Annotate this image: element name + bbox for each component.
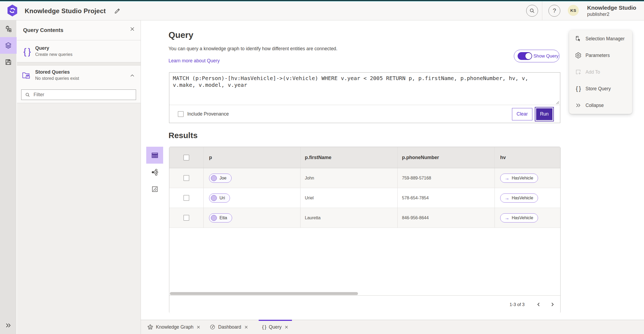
table-view-button[interactable] xyxy=(146,147,163,164)
entity-chip[interactable]: Etta xyxy=(209,213,232,222)
select-all-checkbox[interactable] xyxy=(184,155,189,160)
selection-manager-label: Selection Manager xyxy=(586,36,625,42)
cell-first-name: Lauretta xyxy=(305,216,321,220)
filter-field xyxy=(21,89,136,100)
parameters-item[interactable]: Parameters xyxy=(569,47,632,64)
entity-chip[interactable]: Uri xyxy=(209,193,230,203)
entity-chip-label: Etta xyxy=(219,216,227,220)
rail-save-button[interactable] xyxy=(0,54,17,70)
stored-queries-header: Stored Queries No stored queries exist xyxy=(22,69,79,81)
entity-chip-label: Joe xyxy=(219,176,226,181)
show-query-label: Show Query xyxy=(533,53,559,59)
selection-manager-icon xyxy=(575,35,581,42)
store-query-label: Store Query xyxy=(586,86,611,92)
entity-chip[interactable]: Joe xyxy=(209,174,232,183)
query-contents-panel: Query Contents { } Query Create new quer… xyxy=(17,20,141,334)
edit-title-button[interactable] xyxy=(113,6,122,16)
query-list-item[interactable]: { } Query Create new queries xyxy=(17,40,141,62)
search-icon xyxy=(529,8,535,14)
row-checkbox[interactable] xyxy=(184,175,189,181)
show-query-toggle[interactable]: Show Query xyxy=(514,50,559,62)
rail-data-model-button[interactable] xyxy=(0,20,17,37)
pagination-prev-button[interactable] xyxy=(535,300,543,308)
row-checkbox[interactable] xyxy=(184,195,189,201)
panel-close-button[interactable] xyxy=(127,24,137,34)
filter-input[interactable] xyxy=(34,92,130,98)
graph-view-button[interactable] xyxy=(146,164,163,181)
relationship-chip[interactable]: → HasVehicle xyxy=(500,174,538,183)
tab-dashboard[interactable]: Dashboard xyxy=(205,320,253,334)
add-to-label: Add To xyxy=(586,69,600,75)
include-provenance-label: Include Provenance xyxy=(187,111,229,117)
tab-close-icon[interactable] xyxy=(196,325,200,329)
user-name: Knowledge Studio xyxy=(587,5,636,11)
table-pagination: 1-3 of 3 xyxy=(169,295,560,313)
double-chevron-right-icon xyxy=(5,322,12,329)
chevron-right-icon xyxy=(550,302,555,307)
map-view-button[interactable] xyxy=(146,181,163,197)
query-input[interactable]: MATCH (p:Person)-[hv:HasVehicle]->(v:Veh… xyxy=(169,73,560,105)
entity-dot-icon xyxy=(211,215,217,221)
filter-search-icon xyxy=(25,92,30,98)
tab-close-icon[interactable] xyxy=(284,325,288,329)
results-heading: Results xyxy=(169,131,197,139)
collapse-item[interactable]: Collapse xyxy=(569,97,632,114)
row-checkbox[interactable] xyxy=(184,215,189,221)
arrow-right-icon: → xyxy=(504,196,509,200)
project-title-row: Knowledge Studio Project xyxy=(25,1,122,20)
relationship-chip[interactable]: → HasVehicle xyxy=(500,213,538,222)
table-row: Uri Uriel 578-654-7854 → HasVehicle xyxy=(169,188,560,208)
entity-chip-label: Uri xyxy=(219,196,225,200)
include-provenance-checkbox[interactable] xyxy=(178,111,184,117)
run-button[interactable]: Run xyxy=(535,107,554,121)
tab-query[interactable]: { } Query xyxy=(259,320,292,334)
app-header: Knowledge Studio Project ? KS Knowledge xyxy=(0,1,644,20)
left-icon-rail xyxy=(0,20,17,334)
save-icon xyxy=(5,59,12,66)
app-window: Knowledge Studio Project ? KS Knowledge xyxy=(0,0,644,334)
stored-queries-collapse-button[interactable] xyxy=(128,71,136,80)
app-logo[interactable] xyxy=(7,5,17,16)
search-button[interactable] xyxy=(526,5,538,17)
stored-queries-subtitle: No stored queries exist xyxy=(35,76,79,81)
rail-expand-button[interactable] xyxy=(0,318,17,333)
gear-icon xyxy=(575,52,581,59)
column-header-p[interactable]: p xyxy=(209,155,212,160)
resize-handle-icon[interactable] xyxy=(555,100,559,105)
pagination-next-button[interactable] xyxy=(548,300,557,308)
rail-contents-button[interactable] xyxy=(0,37,17,54)
arrow-right-icon: → xyxy=(504,216,509,220)
help-button[interactable]: ? xyxy=(548,5,560,17)
dashboard-gauge-icon xyxy=(210,324,215,330)
project-title: Knowledge Studio Project xyxy=(25,7,106,15)
parameters-label: Parameters xyxy=(586,53,610,58)
braces-icon: { } xyxy=(262,324,266,330)
table-row: Joe John 759-889-57168 → HasVehicle xyxy=(169,168,560,188)
query-item-title: Query xyxy=(35,45,72,51)
column-header-phone[interactable]: p.phoneNumber xyxy=(402,155,439,160)
learn-more-link[interactable]: Learn more about Query xyxy=(169,59,220,63)
stored-queries-section: Stored Queries No stored queries exist xyxy=(17,66,141,103)
braces-icon: { } xyxy=(575,85,581,92)
store-query-item[interactable]: { } Store Query xyxy=(569,80,632,97)
selection-manager-item[interactable]: Selection Manager xyxy=(569,30,632,47)
query-item-subtitle: Create new queries xyxy=(35,52,72,57)
column-header-firstname[interactable]: p.firstName xyxy=(305,155,331,160)
relationship-chip[interactable]: → HasVehicle xyxy=(500,193,538,203)
clear-button[interactable]: Clear xyxy=(512,108,532,120)
data-model-icon xyxy=(5,25,12,32)
user-menu[interactable]: Knowledge Studio publisher2 xyxy=(587,5,636,17)
relationship-chip-label: HasVehicle xyxy=(512,196,533,200)
tab-close-icon[interactable] xyxy=(244,325,248,329)
knowledge-graph-icon xyxy=(147,324,153,330)
cell-first-name: John xyxy=(305,176,314,181)
tab-knowledge-graph[interactable]: Knowledge Graph xyxy=(143,320,205,334)
stored-queries-title: Stored Queries xyxy=(35,69,79,75)
tab-label: Query xyxy=(269,324,282,330)
user-avatar[interactable]: KS xyxy=(568,5,579,16)
chevron-left-icon xyxy=(536,302,541,307)
main-content: Query You can query a knowledge graph to… xyxy=(141,20,644,334)
column-header-hv[interactable]: hv xyxy=(500,155,506,160)
add-to-item[interactable]: Add To xyxy=(569,64,632,80)
horizontal-scrollbar[interactable] xyxy=(170,292,358,295)
